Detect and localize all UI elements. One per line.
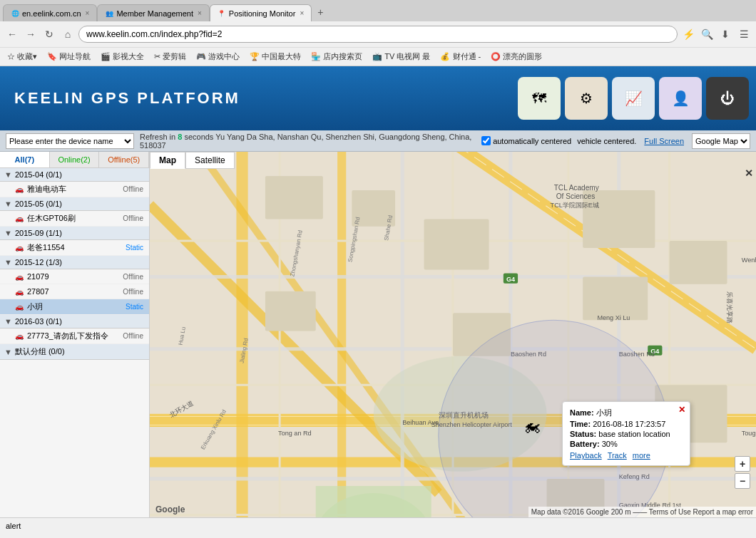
app-logo: KEELIN GPS PLATFORM [14, 89, 240, 108]
download-btn[interactable]: ⬇ [717, 26, 733, 42]
device-icon-6: 🚗 [14, 302, 24, 312]
bookmark-4[interactable]: 🎮 游戏中心 [193, 51, 242, 63]
svg-rect-6 [337, 152, 346, 517]
bookmark-3[interactable]: ✂ 爱剪辑 [151, 51, 189, 63]
device-name-4: 21079 [27, 272, 123, 281]
bookmark-favorites[interactable]: ☆ 收藏▾ [4, 51, 40, 63]
map-provider-select[interactable]: Google Map [692, 133, 750, 149]
device-yadidianao[interactable]: 🚗 雅迪电动车 Offline [0, 182, 149, 197]
zoom-out-button[interactable]: − [735, 473, 750, 489]
tab-online[interactable]: Online(2) [50, 152, 100, 167]
group-2016-03[interactable]: ▼ 2016-03 (0/1) [0, 315, 149, 329]
user-icon-btn[interactable]: 👤 [659, 77, 702, 120]
new-tab-button[interactable]: + [313, 5, 327, 19]
tab-3-icon: 📍 [218, 9, 226, 18]
tab-2-icon: 👥 [105, 9, 113, 18]
stats-icon: 📈 [622, 87, 645, 110]
tab-3-close[interactable]: × [300, 9, 304, 17]
map-close-button[interactable]: ✕ [745, 167, 753, 179]
refresh-button[interactable]: ↻ [41, 26, 57, 42]
browser-tab-2[interactable]: 👥 Member Management × [97, 4, 209, 21]
svg-rect-28 [265, 291, 316, 331]
device-name-2: 任木GPT06刷 [27, 213, 123, 224]
zoom-in-button[interactable]: + [735, 456, 750, 472]
group-label-2015-09: 2015-09 (1/1) [15, 229, 62, 237]
search-icon-btn[interactable]: 🔍 [699, 26, 715, 42]
power-icon: ⏻ [716, 87, 739, 110]
tab-3-label: Positioning Monitor [229, 9, 296, 18]
svg-text:Tong an Rd: Tong an Rd [278, 430, 312, 437]
map-icon-btn[interactable]: 🗺 [518, 77, 561, 120]
device-gpt06[interactable]: 🚗 任木GPT06刷 Offline [0, 211, 149, 227]
lightning-btn[interactable]: ⚡ [680, 26, 696, 42]
svg-text:Tougui Rd: Tougui Rd [742, 430, 756, 437]
popup-status-value: base station location [598, 430, 670, 438]
popup-track-link[interactable]: Track [608, 451, 627, 460]
group-2015-09[interactable]: ▼ 2015-09 (1/1) [0, 227, 149, 240]
tab-all[interactable]: All(7) [0, 152, 50, 167]
auto-centered-checkbox[interactable]: automatically centered [481, 136, 571, 145]
group-2015-04[interactable]: ▼ 2015-04 (0/1) [0, 168, 149, 182]
svg-rect-25 [316, 486, 431, 517]
popup-playback-link[interactable]: Playback [570, 451, 602, 460]
map-tab-map[interactable]: Map [150, 152, 185, 169]
menu-btn[interactable]: ☰ [736, 26, 752, 42]
browser-tab-1[interactable]: 🌐 en.eelink.com.cn × [3, 4, 97, 21]
alert-label: alert [6, 522, 21, 530]
group-2015-12[interactable]: ▼ 2015-12 (1/3) [0, 256, 149, 269]
stats-icon-btn[interactable]: 📈 [612, 77, 655, 120]
full-screen-button[interactable]: Full Screen [642, 137, 686, 145]
home-button[interactable]: ⌂ [60, 26, 76, 42]
device-27807[interactable]: 🚗 27807 Offline [0, 284, 149, 299]
svg-text:Meng Xi Lu: Meng Xi Lu [597, 314, 630, 321]
popup-time-label: Time: [570, 420, 591, 428]
group-2015-05[interactable]: ▼ 2015-05 (0/1) [0, 197, 149, 211]
settings-icon-btn[interactable]: ⚙ [565, 77, 608, 120]
main-layout: All(7) Online(2) Offline(5) ▼ 2015-04 (0… [0, 152, 756, 517]
group-default[interactable]: ▼ 默认分组 (0/0) [0, 344, 149, 360]
popup-status-row: Status: base station location [570, 430, 683, 438]
map-area[interactable]: Map Satellite [150, 152, 756, 517]
map-tabs: Map Satellite [150, 152, 235, 169]
bookmark-2[interactable]: 🎬 影视大全 [98, 51, 147, 63]
browser-tab-3[interactable]: 📍 Positioning Monitor × [210, 4, 312, 21]
tab-2-close[interactable]: × [198, 9, 202, 17]
device-icon-2: 🚗 [14, 214, 24, 224]
group-arrow-2016-03: ▼ [4, 317, 12, 326]
toolbar-info: Refresh in 8 seconds Yu Yang Da Sha, Nan… [140, 133, 476, 150]
forward-button[interactable]: → [23, 26, 39, 42]
bookmark-7[interactable]: 📺 TV 电视网 最 [369, 51, 433, 63]
nav-bar: ← → ↻ ⌂ ⚡ 🔍 ⬇ ☰ [0, 21, 756, 47]
device-21079[interactable]: 🚗 21079 Offline [0, 269, 149, 284]
device-xiaoyue[interactable]: 🚗 小玥 Static [0, 299, 149, 315]
device-icon-4: 🚗 [14, 271, 24, 281]
map-tab-satellite[interactable]: Satellite [185, 152, 235, 169]
power-icon-btn[interactable]: ⏻ [706, 77, 749, 120]
url-bar[interactable] [78, 26, 678, 43]
bookmark-5[interactable]: 🏆 中国最大特 [247, 51, 304, 63]
device-name-5: 27807 [27, 287, 123, 296]
device-27773[interactable]: 🚗 27773_请勿乱下发指令 Offline [0, 329, 149, 344]
popup-time-row: Time: 2016-08-18 17:23:57 [570, 420, 683, 428]
bookmark-1[interactable]: 🔖 网址导航 [44, 51, 93, 63]
back-button[interactable]: ← [4, 26, 20, 42]
popup-more-link[interactable]: more [633, 451, 650, 460]
tab-offline[interactable]: Offline(5) [99, 152, 149, 167]
bookmark-9[interactable]: ⭕ 漂亮的圆形 [488, 51, 545, 63]
nav-actions: ⚡ 🔍 ⬇ ☰ [680, 26, 752, 42]
refresh-suffix: seconds Yu Yang Da Sha, Nanshan Qu, Shen… [140, 133, 471, 150]
device-laoba[interactable]: 🚗 老爸11554 Static [0, 240, 149, 256]
bookmark-8[interactable]: 💰 财付通 - [437, 51, 484, 63]
map-controls: + − [735, 456, 750, 489]
device-select[interactable]: Please enter the device name [6, 133, 134, 149]
group-label-2016-03: 2016-03 (0/1) [15, 317, 62, 326]
svg-text:🏍: 🏍 [523, 416, 541, 435]
device-name-1: 雅迪电动车 [27, 184, 123, 195]
bookmark-6[interactable]: 🏪 店内搜索页 [308, 51, 365, 63]
device-status-2: Offline [123, 214, 143, 222]
tab-1-close[interactable]: × [86, 9, 90, 17]
auto-centered-input[interactable] [481, 136, 491, 145]
alert-bar: alert [0, 517, 756, 533]
google-logo: Google [155, 505, 185, 514]
popup-close-button[interactable]: ✕ [678, 405, 685, 415]
